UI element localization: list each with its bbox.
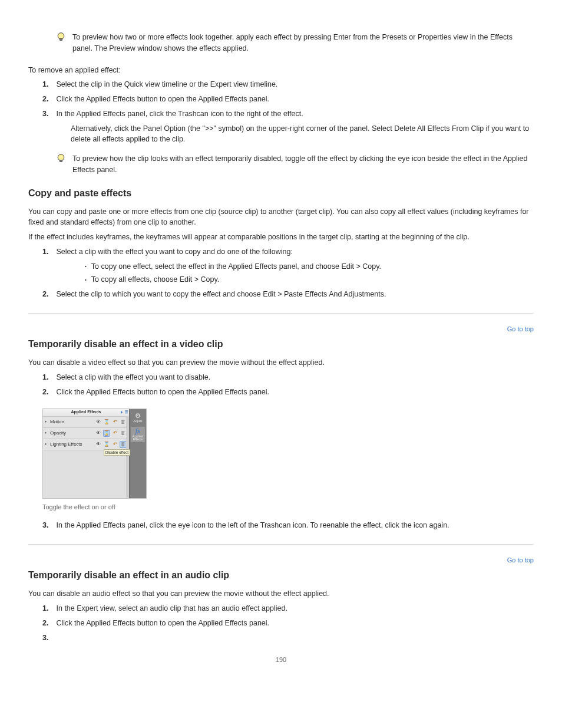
lightbulb-icon [57, 153, 65, 165]
copy-step-bullet: Select a clip with the effect you want t… [56, 248, 292, 256]
disable-step3-num: 3. [42, 520, 49, 531]
sliders-icon: ⚙ [135, 413, 141, 419]
eye-icon[interactable]: 👁 [95, 430, 102, 437]
reset-icon[interactable]: ↶ [111, 441, 118, 448]
applied-effects-panel: Applied Effects ⏵ ☰ ▸ Motion 👁 ⌛ ↶ 🗑 [42, 409, 147, 499]
goto-top-link[interactable]: Go to top [507, 556, 534, 564]
figure-caption: Toggle the effect on or off [42, 502, 534, 512]
disable-step3-text: In the Applied Effects panel, click the … [56, 521, 449, 529]
audio-step1-num: 1. [42, 603, 49, 614]
audio-step2-num: 2. [42, 618, 49, 629]
divider [28, 313, 534, 314]
heading-disable-video: Temporarily disable an effect in a video… [28, 339, 223, 349]
tooltip: Disable effect [104, 449, 130, 456]
effect-name: Opacity [49, 430, 95, 437]
anim-icon[interactable]: ⌛ [103, 430, 110, 437]
disable-step1-text: Select a clip with the effect you want t… [56, 373, 210, 381]
copy-step2-num: 2. [42, 289, 49, 300]
anim-icon[interactable]: ⌛ [103, 441, 110, 448]
step2-num: 2. [42, 94, 49, 105]
step3-text: In the Applied Effects panel, click the … [56, 110, 303, 118]
heading-copy-paste: Copy and paste effects [28, 188, 131, 198]
panel-title: Applied Effects ⏵ ☰ [43, 409, 129, 417]
lightbulb-icon [57, 32, 65, 44]
step1-text: Select the clip in the Quick view timeli… [56, 80, 277, 88]
fx-icon: fx [135, 427, 141, 434]
step2-text: Click the Applied Effects button to open… [56, 95, 269, 103]
tip-text-2: To preview how the clip looks with an ef… [72, 154, 527, 174]
audio-paragraph: You can disable an audio effect so that … [28, 589, 329, 598]
tip-text-1: To preview how two or more effects look … [72, 33, 513, 52]
svg-point-3 [58, 154, 64, 161]
scrollbar[interactable] [126, 416, 129, 498]
copy-step-num: 1. [42, 246, 49, 258]
page-number: 190 [0, 655, 562, 665]
copy-step2-text: Select the clip to which you want to cop… [56, 290, 386, 298]
chevron-right-icon[interactable]: ▸ [43, 419, 49, 425]
disable-paragraph: You can disable a video effect so that y… [28, 358, 325, 367]
effect-row-motion[interactable]: ▸ Motion 👁 ⌛ ↶ 🗑 [43, 417, 129, 428]
divider [28, 544, 534, 545]
chevron-right-icon[interactable]: ▸ [43, 430, 49, 436]
remove-intro: To remove an applied effect: [28, 66, 121, 74]
side-tab-adjust[interactable]: ⚙ Adjust [131, 410, 145, 426]
disable-step1-num: 1. [42, 372, 49, 383]
copy-paragraph-1: You can copy and paste one or more effec… [28, 207, 529, 227]
copy-bullet-1: To copy one effect, select the effect in… [85, 261, 534, 272]
audio-step2-text: Click the Applied Effects button to open… [56, 619, 269, 627]
effect-name: Motion [49, 419, 95, 426]
step3-num: 3. [42, 108, 49, 120]
anim-icon[interactable]: ⌛ [103, 419, 110, 426]
alt-delete-text: Alternatively, click the Panel Option (t… [71, 124, 529, 144]
goto-top-link[interactable]: Go to top [507, 325, 534, 332]
reset-icon[interactable]: ↶ [111, 430, 118, 437]
effect-row-opacity[interactable]: ▸ Opacity 👁 ⌛ ↶ 🗑 [43, 428, 129, 439]
disable-step2-num: 2. [42, 387, 49, 398]
copy-bullet-2: To copy all effects, choose Edit > Copy. [85, 274, 534, 285]
audio-step3-num: 3. [42, 633, 49, 644]
panel-pin-icon[interactable]: ⏵ [120, 410, 124, 415]
side-tab-applied-effects[interactable]: fx Applied Effects [131, 427, 145, 442]
effect-name: Lighting Effects [49, 441, 95, 448]
step1-num: 1. [42, 79, 49, 90]
copy-paragraph-2: If the effect includes keyframes, the ke… [28, 233, 470, 241]
audio-step1-text: In the Expert view, select an audio clip… [56, 604, 287, 612]
heading-disable-audio: Temporarily disable an effect in an audi… [28, 570, 229, 580]
panel-menu-icon[interactable]: ☰ [125, 410, 128, 415]
disable-step2-text: Click the Applied Effects button to open… [56, 388, 269, 396]
reset-icon[interactable]: ↶ [111, 419, 118, 426]
eye-icon[interactable]: 👁 [95, 419, 102, 426]
chevron-right-icon[interactable]: ▸ [43, 441, 49, 447]
eye-icon[interactable]: 👁 [95, 441, 102, 448]
svg-point-0 [58, 33, 64, 39]
